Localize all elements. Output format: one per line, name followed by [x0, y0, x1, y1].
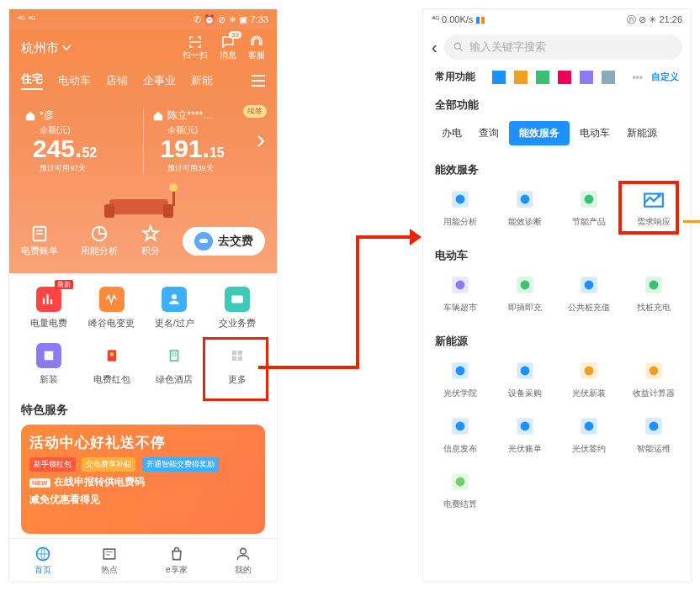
grid-item-peak[interactable]: 峰谷电变更 [81, 287, 144, 330]
grid-label: 交业务费 [219, 317, 256, 330]
svg-point-32 [520, 281, 529, 290]
grid-label: 峰谷电变更 [88, 317, 135, 330]
rtab[interactable]: 电动车 [573, 121, 617, 145]
grid-item-redpacket[interactable]: 电费红包 [81, 343, 144, 386]
pay-button[interactable]: 去交费 [183, 227, 265, 256]
section-title: 能效服务 [423, 154, 691, 182]
top-bar: 杭州市 扫一扫 39 消息 客服 [21, 29, 265, 66]
function-label: 即插即充 [508, 302, 542, 314]
search-input[interactable]: 输入关键字搜索 [444, 34, 682, 60]
tab-shop[interactable]: 店铺 [106, 73, 128, 88]
highlight-box-demand [618, 181, 679, 235]
promo-line2: 减免优惠看得见 [29, 493, 257, 507]
grid-item-bill[interactable]: 最新 电量电费 [18, 287, 81, 330]
function-item[interactable]: 收益计算器 [622, 359, 687, 399]
grid-label: 新装 [40, 373, 58, 386]
svg-point-40 [520, 367, 529, 376]
message-button[interactable]: 39 消息 [220, 34, 236, 61]
renew-badge[interactable]: 续签 [243, 105, 267, 118]
function-label: 电费结算 [443, 499, 477, 510]
special-section: 特色服务 活动中心好礼送不停 新手领红包 交电费享补贴 开通智能交费得奖励 NE… [9, 394, 277, 534]
function-item[interactable]: 智能运维 [622, 414, 687, 455]
function-icon [577, 273, 601, 297]
fav-icon[interactable] [492, 71, 506, 84]
account-card-1[interactable]: 续签 陈立****… 余额(元) 191.15 预计可用39天 [149, 102, 266, 181]
svg-point-36 [649, 281, 658, 290]
grid-item-hotel[interactable]: 绿色酒店 [143, 343, 206, 386]
scan-button[interactable]: 扫一扫 [183, 34, 208, 61]
function-item[interactable]: 公共桩充值 [557, 273, 622, 314]
svg-point-22 [456, 195, 465, 204]
home-icon [24, 110, 36, 122]
rtab[interactable]: 办电 [435, 121, 469, 145]
bill-button[interactable]: 电费账单 [21, 224, 58, 257]
function-icon [448, 470, 472, 493]
fav-icon[interactable] [536, 71, 549, 84]
points-button[interactable]: 积分 [141, 224, 160, 257]
function-item[interactable]: 找桩充电 [622, 273, 687, 314]
function-item[interactable]: 光伏账单 [493, 414, 558, 455]
fav-icon[interactable] [558, 71, 571, 84]
nav-home[interactable]: 首页 [9, 539, 77, 582]
function-item[interactable]: 用能分析 [428, 187, 493, 228]
svg-point-42 [585, 367, 594, 376]
toolbar: 电费账单 用能分析 积分 去交费 [21, 224, 265, 257]
function-item[interactable]: 电费结算 [428, 470, 493, 510]
fav-icon[interactable] [580, 71, 593, 84]
account-card-0[interactable]: *彦 余额(元) 245.52 预计可用97天 [21, 102, 138, 181]
predict-text: 预计可用97天 [24, 163, 135, 174]
fav-icon[interactable] [514, 71, 528, 84]
favorites-row: 常用功能 ••• 自定义 [423, 65, 691, 89]
svg-point-50 [585, 422, 594, 431]
function-grid: 用能分析能效诊断节能产品需求响应 [423, 182, 691, 240]
function-item[interactable]: 节能产品 [557, 187, 622, 228]
status-right: ✆ ⏰ ⊘ ✳ ▣ 7:33 [194, 14, 268, 25]
promo-banner[interactable]: 活动中心好礼送不停 新手领红包 交电费享补贴 开通智能交费得奖励 NEW在线申报… [21, 425, 265, 534]
menu-icon[interactable] [252, 75, 265, 87]
function-item[interactable]: 信息发布 [428, 414, 493, 455]
nav-ehome[interactable]: e享家 [143, 539, 210, 582]
search-icon [453, 41, 464, 53]
fav-icon[interactable] [602, 71, 615, 84]
function-item[interactable]: 光伏学院 [428, 359, 493, 399]
function-item[interactable]: 即插即充 [493, 273, 558, 314]
function-label: 车辆超市 [443, 302, 477, 314]
svg-point-34 [585, 281, 594, 290]
customize-link[interactable]: 自定义 [651, 71, 679, 83]
function-grid: 光伏学院设备采购光伏新装收益计算器信息发布光伏账单光伏签约智能运维电费结算 [423, 354, 691, 522]
rtab-active[interactable]: 能效服务 [509, 121, 570, 145]
function-item[interactable]: 能效诊断 [493, 187, 558, 228]
svg-rect-3 [172, 189, 175, 206]
tab-home[interactable]: 住宅 [21, 71, 43, 90]
phone-home: ⁴ᴳ ⁴ᴳ ✆ ⏰ ⊘ ✳ ▣ 7:33 杭州市 扫一扫 39 消息 [8, 8, 278, 583]
back-button[interactable]: ‹ [432, 38, 438, 57]
tab-ev[interactable]: 电动车 [58, 73, 91, 88]
city-label: 杭州市 [21, 40, 59, 56]
function-icon [577, 414, 601, 438]
nav-hot[interactable]: 热点 [77, 539, 144, 582]
grid-item-rename[interactable]: 更名/过户 [143, 287, 206, 330]
search-bar: ‹ 输入关键字搜索 [423, 29, 691, 65]
cs-button[interactable]: 客服 [248, 34, 265, 61]
function-icon [577, 359, 601, 383]
rtab[interactable]: 新能源 [620, 121, 664, 145]
grid-item-fee[interactable]: 交业务费 [206, 287, 269, 330]
function-item[interactable]: 车辆超市 [428, 273, 493, 314]
svg-point-30 [456, 281, 465, 290]
top-icons: 扫一扫 39 消息 客服 [183, 34, 265, 61]
nav-label: 我的 [235, 564, 252, 576]
nav-me[interactable]: 我的 [210, 539, 278, 582]
predict-text: 预计可用39天 [152, 163, 262, 174]
function-item[interactable]: 需求响应 [622, 187, 687, 228]
grid-item-new[interactable]: 新装 [18, 343, 81, 386]
tab-new-energy[interactable]: 新能 [191, 73, 213, 88]
function-item[interactable]: 设备采购 [493, 359, 558, 399]
tab-biz[interactable]: 企事业 [143, 73, 176, 88]
pill: 新手领红包 [29, 457, 76, 472]
usage-button[interactable]: 用能分析 [81, 224, 118, 257]
rtab[interactable]: 查询 [472, 121, 506, 145]
bag-icon [168, 546, 185, 562]
city-selector[interactable]: 杭州市 [21, 40, 71, 56]
function-item[interactable]: 光伏签约 [557, 414, 622, 455]
function-item[interactable]: 光伏新装 [557, 359, 622, 399]
